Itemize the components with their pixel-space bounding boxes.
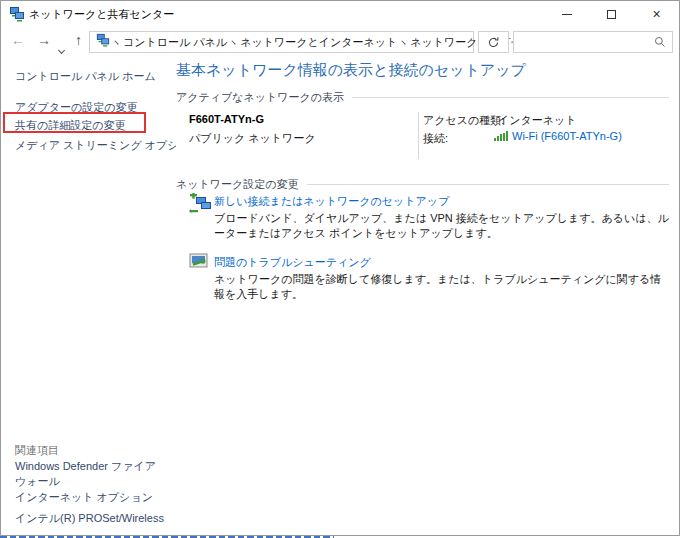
setup-new-connection-link[interactable]: 新しい接続またはネットワークのセットアップ [214,194,449,209]
section-rule [307,184,669,185]
connection-label: 接続: [423,131,448,146]
setup-new-connection-description: ブロードバンド、ダイヤルアップ、または VPN 接続をセットアップします。あるい… [214,211,669,241]
up-button[interactable]: ↑ [75,32,82,48]
chevron-down-icon [58,47,65,54]
sidebar-item-media-streaming-options[interactable]: メディア ストリーミング オプション [15,138,201,153]
breadcrumb-item-network-internet[interactable]: ネットワークとインターネット [240,35,397,50]
breadcrumb-separator-icon [232,40,236,44]
main-content: 基本ネットワーク情報の表示と接続のセットアップ アクティブなネットワークの表示 … [176,57,673,535]
refresh-button[interactable] [478,31,509,53]
network-sharing-center-window: ネットワークと共有センター × ← → ↑ コントロール パネル [0,0,680,536]
arrow-right-icon: → [37,32,51,48]
refresh-icon [487,36,500,49]
search-icon [654,36,666,48]
close-icon: × [652,7,660,21]
troubleshoot-icon [189,253,209,275]
access-type-value: インターネット [498,113,577,128]
network-sharing-center-icon [9,6,25,26]
network-name: F660T-ATYn-G [189,113,264,125]
title-bar: ネットワークと共有センター × [1,1,679,27]
column-divider [418,112,419,159]
close-button[interactable]: × [634,1,679,27]
breadcrumb-app-icon [96,33,110,51]
troubleshoot-problems-link[interactable]: 問題のトラブルシューティング [214,255,371,270]
connection-link-wrap: Wi-Fi (F660T-ATYn-G) [494,130,622,142]
page-title: 基本ネットワーク情報の表示と接続のセットアップ [176,61,526,80]
window-title: ネットワークと共有センター [29,7,174,22]
sidebar-item-windows-defender-firewall[interactable]: Windows Defender ファイアウォール [15,459,165,489]
wifi-signal-icon [494,131,508,141]
active-networks-section-header: アクティブなネットワークの表示 [176,90,669,105]
navigation-toolbar: ← → ↑ コントロール パネル ネットワークとインターネット ネットワークと共… [1,27,679,57]
arrow-up-icon: ↑ [75,32,82,48]
section-rule [352,97,669,98]
change-settings-section-title: ネットワーク設定の変更 [176,177,299,192]
access-type-label: アクセスの種類: [423,113,504,128]
maximize-icon [607,10,616,19]
search-box [513,31,673,53]
active-networks-section-title: アクティブなネットワークの表示 [176,90,344,105]
see-also-header: 関連項目 [15,443,59,458]
minimize-button[interactable] [544,1,589,27]
sidebar-item-internet-options[interactable]: インターネット オプション [15,490,153,505]
back-button[interactable]: ← [11,32,25,48]
minimize-icon [562,14,572,15]
wifi-connection-link[interactable]: Wi-Fi (F660T-ATYn-G) [512,130,622,142]
history-dropdown-button[interactable] [59,39,64,57]
sidebar-item-change-advanced-sharing-settings[interactable]: 共有の詳細設定の変更 [15,118,126,133]
breadcrumb-separator-icon [402,40,406,44]
new-connection-icon [189,193,213,219]
sidebar-item-change-adapter-settings[interactable]: アダプターの設定の変更 [15,100,138,115]
maximize-button[interactable] [589,1,634,27]
troubleshoot-problems-description: ネットワークの問題を診断して修復します。または、トラブルシューティングに関する情… [214,272,669,302]
address-bar[interactable]: コントロール パネル ネットワークとインターネット ネットワークと共有センター [89,31,474,53]
sidebar: コントロール パネル ホーム アダプターの設定の変更 共有の詳細設定の変更 メデ… [1,57,173,535]
network-type: パブリック ネットワーク [189,131,316,146]
change-settings-section-header: ネットワーク設定の変更 [176,177,669,192]
search-input[interactable] [520,36,654,48]
sidebar-item-intel-proset-wireless[interactable]: インテル(R) PROSet/Wireless [15,511,164,526]
sidebar-item-control-panel-home[interactable]: コントロール パネル ホーム [15,69,156,84]
breadcrumb-item-control-panel[interactable]: コントロール パネル [123,35,227,50]
forward-button[interactable]: → [37,32,51,48]
breadcrumb-separator-icon [114,40,118,44]
arrow-left-icon: ← [11,32,25,48]
